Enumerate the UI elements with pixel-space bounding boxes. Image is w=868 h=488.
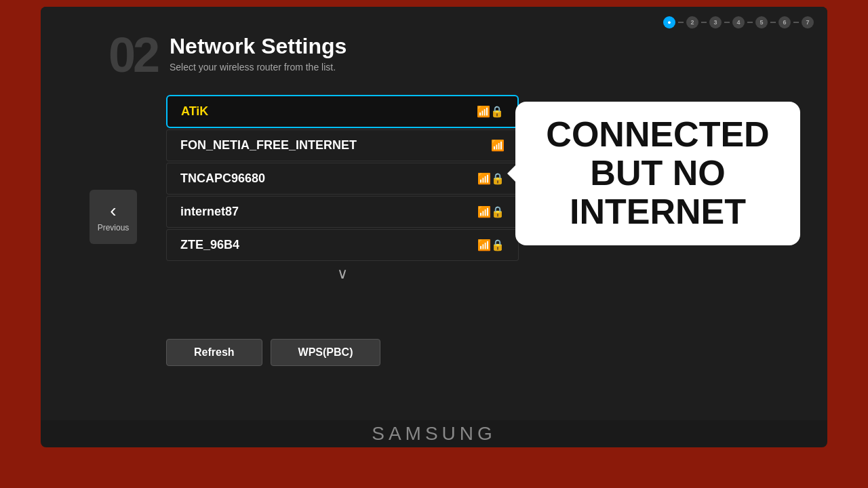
network-list: ATiK 📶🔒 FON_NETIA_FREE_INTERNET 📶 TNCAPC…	[166, 95, 519, 283]
network-item-zte[interactable]: ZTE_96B4 📶🔒	[166, 229, 519, 261]
network-name-zte: ZTE_96B4	[180, 238, 239, 252]
network-name-tncapc: TNCAPC96680	[180, 171, 265, 186]
step-3: 3	[709, 16, 722, 28]
wifi-locked-icon-atik: 📶🔒	[477, 105, 504, 118]
network-name-atik: ATiK	[181, 104, 208, 119]
previous-arrow-icon: ‹	[110, 201, 116, 220]
page-subtitle: Select your wireless router from the lis…	[170, 62, 347, 73]
previous-label: Previous	[98, 223, 130, 232]
step-line-3	[724, 22, 730, 23]
wifi-locked-icon-internet87: 📶🔒	[477, 205, 505, 218]
network-name-fon: FON_NETIA_FREE_INTERNET	[180, 138, 357, 152]
scroll-down-indicator: ∨	[166, 265, 519, 283]
tv-brand: SAMSUNG	[372, 423, 496, 445]
step-line-5	[770, 22, 776, 23]
network-item-fon[interactable]: FON_NETIA_FREE_INTERNET 📶	[166, 129, 519, 161]
button-row: Refresh WPS(PBC)	[166, 339, 380, 366]
step-5: 5	[755, 16, 768, 28]
step-2: 2	[686, 16, 698, 28]
previous-button[interactable]: ‹ Previous	[90, 190, 137, 244]
refresh-button[interactable]: Refresh	[166, 339, 262, 366]
step-line-1	[678, 22, 684, 23]
step-line-4	[747, 22, 753, 23]
bubble-text: CONNECTEDBUT NOINTERNET	[546, 115, 769, 232]
network-item-atik[interactable]: ATiK 📶🔒	[166, 95, 519, 128]
tv-stand: SAMSUNG	[332, 420, 536, 447]
step-line-6	[793, 22, 799, 23]
step-4: 4	[732, 16, 745, 28]
network-name-internet87: internet87	[180, 205, 239, 219]
step-1: ●	[663, 16, 675, 28]
tv-screen: ● 2 3 4 5 6 7 02 Network Settings Select…	[41, 7, 827, 420]
network-item-tncapc[interactable]: TNCAPC96680 📶🔒	[166, 163, 519, 195]
step-line-2	[701, 22, 707, 23]
step-7: 7	[802, 16, 814, 28]
tv-frame: ● 2 3 4 5 6 7 02 Network Settings Select…	[41, 7, 827, 447]
network-item-internet87[interactable]: internet87 📶🔒	[166, 196, 519, 228]
wps-button[interactable]: WPS(PBC)	[271, 339, 381, 366]
wifi-locked-icon-zte: 📶🔒	[477, 239, 505, 251]
step-6: 6	[778, 16, 791, 28]
step-indicator: ● 2 3 4 5 6 7	[663, 16, 814, 28]
header: Network Settings Select your wireless ro…	[170, 34, 347, 73]
page-title: Network Settings	[170, 34, 347, 59]
page-number: 02	[108, 27, 157, 83]
speech-bubble: CONNECTEDBUT NOINTERNET	[515, 102, 800, 245]
wifi-icon-fon: 📶	[491, 139, 505, 152]
